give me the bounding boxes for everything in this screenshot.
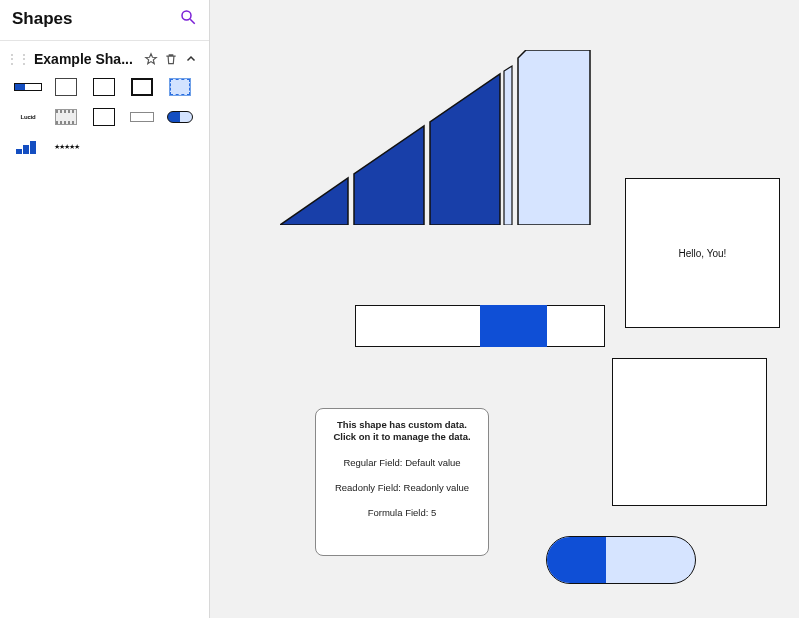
- search-icon[interactable]: [179, 8, 197, 30]
- thumb-rect[interactable]: [90, 77, 118, 97]
- chevron-up-icon[interactable]: [183, 51, 199, 67]
- thumb-stars[interactable]: ★★★★★: [52, 137, 80, 157]
- custom-data-row: Regular Field: Default value: [324, 457, 480, 468]
- thumb-progress-bar[interactable]: [14, 77, 42, 97]
- svg-line-1: [190, 19, 195, 24]
- svg-point-0: [182, 11, 191, 20]
- thumb-rect-selected[interactable]: [166, 77, 194, 97]
- shapes-panel: Shapes ⋮⋮ Example Sha...: [0, 0, 210, 618]
- empty-rectangle[interactable]: [612, 358, 767, 506]
- thumb-staircase[interactable]: [14, 137, 42, 157]
- svg-marker-7: [518, 50, 590, 225]
- drag-handle-icon[interactable]: ⋮⋮: [6, 52, 30, 66]
- pill-shape[interactable]: [546, 536, 696, 584]
- trash-icon[interactable]: [163, 51, 179, 67]
- thumb-rect-2[interactable]: [90, 107, 118, 127]
- thumb-pill[interactable]: [166, 107, 194, 127]
- shapes-panel-title: Shapes: [12, 9, 72, 29]
- custom-data-row: Formula Field: 5: [324, 507, 480, 518]
- progress-fill: [480, 305, 547, 347]
- svg-marker-5: [430, 74, 500, 225]
- pill-fill: [547, 537, 606, 583]
- thumb-lucid-logo[interactable]: Lucid: [14, 107, 42, 127]
- divider: [0, 40, 209, 41]
- svg-marker-2: [146, 54, 157, 64]
- svg-marker-6: [504, 66, 512, 225]
- shape-library-header[interactable]: ⋮⋮ Example Sha...: [0, 49, 209, 75]
- shape-library-name: Example Sha...: [34, 51, 139, 67]
- hello-rectangle[interactable]: Hello, You!: [625, 178, 780, 328]
- progress-shape[interactable]: [355, 305, 605, 347]
- shapes-panel-header: Shapes: [0, 0, 209, 36]
- svg-marker-4: [354, 126, 424, 225]
- hello-text: Hello, You!: [679, 248, 727, 259]
- canvas[interactable]: Hello, You! This shape has custom data. …: [210, 0, 799, 618]
- shape-thumbnail-grid: Lucid ★★★★★: [0, 75, 209, 167]
- thumb-rect-heavy[interactable]: [128, 77, 156, 97]
- thumb-rect-thin[interactable]: [52, 77, 80, 97]
- custom-data-shape[interactable]: This shape has custom data. Click on it …: [315, 408, 489, 556]
- star-icon[interactable]: [143, 51, 159, 67]
- custom-data-row: Readonly Field: Readonly value: [324, 482, 480, 493]
- thumb-rect-flat[interactable]: [128, 107, 156, 127]
- custom-data-header: This shape has custom data. Click on it …: [324, 419, 480, 443]
- thumb-film[interactable]: [52, 107, 80, 127]
- svg-marker-3: [280, 178, 348, 225]
- staircase-shape[interactable]: [280, 50, 610, 225]
